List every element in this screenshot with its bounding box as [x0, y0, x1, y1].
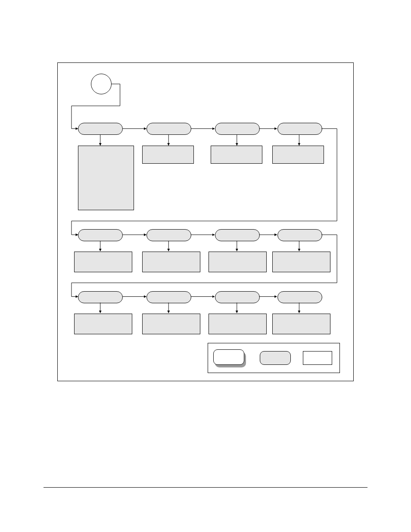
connector-layer	[58, 63, 353, 381]
diagram-frame	[57, 62, 354, 381]
footer-rule	[44, 487, 367, 488]
page	[0, 0, 411, 532]
